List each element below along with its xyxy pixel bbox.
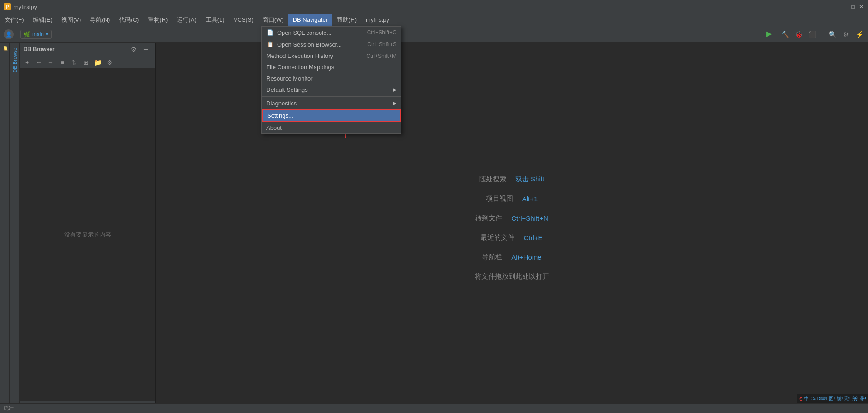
dropdown-open-session[interactable]: 📋 Open Session Browser... Ctrl+Shift+S: [262, 38, 401, 50]
menu-file[interactable]: 文件(F): [0, 14, 28, 26]
db-back-button[interactable]: ←: [33, 57, 44, 68]
dropdown-open-session-label: Open Session Browser...: [277, 41, 342, 48]
status-text: 统计: [4, 405, 14, 412]
menu-code[interactable]: 代码(C): [114, 14, 143, 26]
db-empty-message: 没有要显示的内容: [64, 231, 111, 239]
dropdown-file-connection-label: File Connection Mappings: [266, 64, 334, 71]
hint-search: 随处搜索 双击 Shift: [479, 175, 544, 184]
db-browser-panel: DB Browser ⚙ ─ + ← → ≡ ⇅ ⊞ 📁 ⚙ 没有要显示的内容 …: [20, 43, 156, 413]
default-settings-arrow: ▶: [393, 87, 396, 93]
db-panel-title: DB Browser: [24, 46, 55, 52]
title-bar: P myfirstpy ─ □ ✕: [0, 0, 868, 14]
db-settings2-button[interactable]: ⚙: [104, 57, 115, 68]
hint-project-key: Alt+1: [522, 195, 538, 203]
status-bar: 统计: [0, 403, 868, 413]
toolbar-sep-1: [17, 30, 17, 38]
hint-recent-label: 最近的文件: [481, 233, 514, 242]
search-button[interactable]: 🔍: [827, 29, 837, 39]
window-controls: ─ □ ✕: [842, 4, 864, 10]
dropdown-open-sql-label: Open SQL console...: [277, 29, 331, 36]
menu-refactor[interactable]: 重构(R): [143, 14, 172, 26]
side-icons: 📁: [0, 43, 10, 413]
dropdown-method-history-label: Method Execution History: [266, 52, 333, 59]
side-icon-1[interactable]: 📁: [1, 44, 9, 52]
hint-goto-label: 转到文件: [475, 214, 502, 223]
toolbar-sep-2: [822, 30, 822, 38]
menu-project[interactable]: myfirstpy: [361, 14, 394, 26]
window-title: myfirstpy: [14, 4, 37, 10]
hint-recent-key: Ctrl+E: [524, 234, 542, 242]
build-button[interactable]: 🔨: [780, 29, 790, 39]
db-filter-button[interactable]: ≡: [57, 57, 68, 68]
dropdown-diagnostics[interactable]: Diagnostics ▶: [262, 98, 401, 109]
db-panel-toolbar: + ← → ≡ ⇅ ⊞ 📁 ⚙: [20, 56, 155, 69]
dropdown-method-history[interactable]: Method Execution History Ctrl+Shift+M: [262, 50, 401, 62]
db-add-button[interactable]: +: [22, 57, 33, 68]
hint-search-label: 随处搜索: [479, 175, 506, 184]
dropdown-resource-monitor-label: Resource Monitor: [266, 75, 313, 82]
run-button[interactable]: ▶: [766, 29, 776, 39]
dropdown-open-sql-shortcut: Ctrl+Shift+C: [367, 29, 396, 36]
session-browser-icon: 📋: [266, 41, 274, 48]
dropdown-diagnostics-label: Diagnostics: [266, 100, 297, 107]
dropdown-default-settings-label: Default Settings: [266, 86, 308, 93]
menu-bar: 文件(F) 编辑(E) 视图(V) 导航(N) 代码(C) 重构(R) 运行(A…: [0, 14, 868, 26]
menu-view[interactable]: 视图(V): [57, 14, 85, 26]
db-panel-minimize-icon[interactable]: ─: [141, 44, 151, 55]
hint-nav-key: Alt+Home: [511, 253, 541, 261]
menu-navigate[interactable]: 导航(N): [85, 14, 114, 26]
debug-button[interactable]: 🐞: [793, 29, 803, 39]
hint-recent: 最近的文件 Ctrl+E: [481, 233, 542, 242]
branch-icon: 🌿: [24, 31, 30, 38]
close-button[interactable]: ✕: [858, 4, 864, 10]
app-icon: P: [4, 3, 11, 10]
db-panel-header: DB Browser ⚙ ─: [20, 43, 155, 56]
dropdown-about-label: About: [266, 124, 282, 131]
db-forward-button[interactable]: →: [45, 57, 56, 68]
update-button[interactable]: ⚡: [854, 29, 864, 39]
menu-dbnavigator[interactable]: DB Navigator: [288, 14, 332, 26]
dropdown-file-connection[interactable]: File Connection Mappings: [262, 62, 401, 73]
db-folder-button[interactable]: 📁: [92, 57, 103, 68]
hint-drop: 将文件拖放到此处以打开: [475, 272, 549, 281]
stop-button[interactable]: ⬛: [807, 29, 817, 39]
dropdown-method-history-shortcut: Ctrl+Shift+M: [366, 53, 396, 59]
title-bar-left: P myfirstpy: [4, 3, 37, 10]
db-panel-settings-icon[interactable]: ⚙: [128, 44, 139, 55]
db-panel-header-icons: ⚙ ─: [128, 44, 151, 55]
dropdown-resource-monitor[interactable]: Resource Monitor: [262, 73, 401, 84]
minimize-button[interactable]: ─: [842, 4, 848, 10]
dropdown-open-sql[interactable]: 📄 Open SQL console... Ctrl+Shift+C: [262, 27, 401, 38]
hint-goto-key: Ctrl+Shift+N: [511, 214, 548, 222]
menu-vcs[interactable]: VCS(S): [229, 14, 258, 26]
settings-button[interactable]: ⚙: [841, 29, 851, 39]
dropdown-settings[interactable]: Settings...: [262, 109, 401, 122]
dropdown-settings-label: Settings...: [267, 112, 293, 119]
db-grid-button[interactable]: ⊞: [80, 57, 91, 68]
db-sort-button[interactable]: ⇅: [69, 57, 80, 68]
db-navigator-dropdown: 📄 Open SQL console... Ctrl+Shift+C 📋 Ope…: [261, 26, 401, 134]
menu-window[interactable]: 窗口(W): [258, 14, 288, 26]
user-avatar[interactable]: 👤: [4, 29, 14, 39]
left-tab-db-browser[interactable]: DB Browser: [11, 43, 19, 76]
menu-edit[interactable]: 编辑(E): [28, 14, 57, 26]
db-panel-content: 没有要显示的内容: [20, 69, 155, 400]
diagnostics-arrow: ▶: [393, 100, 396, 106]
dropdown-separator-1: [262, 96, 401, 97]
menu-run[interactable]: 运行(A): [172, 14, 201, 26]
main-toolbar: 👤 🌿 main ▾ ▶ 🔨 🐞 ⬛ 🔍 ⚙ ⚡: [0, 26, 868, 43]
hint-project-label: 项目视图: [486, 195, 513, 203]
maximize-button[interactable]: □: [850, 4, 856, 10]
menu-tools[interactable]: 工具(L): [201, 14, 229, 26]
branch-label: main: [32, 31, 44, 38]
dropdown-open-session-shortcut: Ctrl+Shift+S: [367, 41, 396, 47]
watermark-s: S: [799, 396, 802, 402]
watermark: S 中 C»D⌨ 图! 键! 彩! 纸! 录!: [797, 394, 868, 403]
dropdown-about[interactable]: About: [262, 122, 401, 133]
branch-selector[interactable]: 🌿 main ▾: [20, 30, 52, 39]
hint-project: 项目视图 Alt+1: [486, 195, 538, 203]
hint-search-key: 双击 Shift: [515, 175, 544, 184]
menu-help[interactable]: 帮助(H): [332, 14, 361, 26]
dropdown-default-settings[interactable]: Default Settings ▶: [262, 84, 401, 95]
toolbar-right: ▶ 🔨 🐞 ⬛ 🔍 ⚙ ⚡: [766, 29, 864, 39]
